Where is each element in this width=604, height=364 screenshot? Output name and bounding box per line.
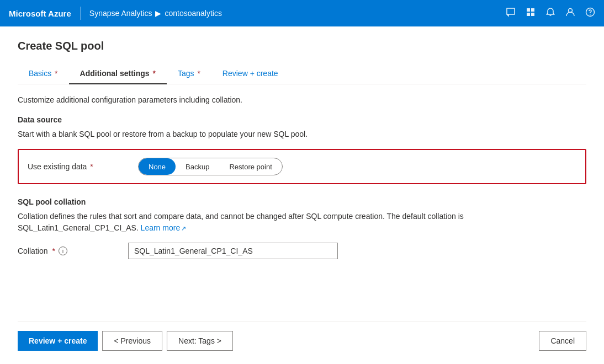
data-source-title: Data source xyxy=(18,115,586,124)
breadcrumb-service[interactable]: Synapse Analytics xyxy=(89,9,152,18)
svg-rect-0 xyxy=(527,8,530,12)
data-source-toggle-group: None Backup Restore point xyxy=(138,158,283,175)
tab-basics[interactable]: Basics * xyxy=(18,63,69,84)
breadcrumb: Synapse Analytics ▶ contosoanalytics xyxy=(89,9,222,18)
topbar-icons xyxy=(506,7,595,19)
account-icon[interactable] xyxy=(565,7,575,19)
tab-additional-settings[interactable]: Additional settings * xyxy=(69,63,167,84)
use-existing-data-row: Use existing data * None Backup Restore … xyxy=(18,149,586,184)
content-area: Customize additional configuration param… xyxy=(18,95,586,322)
collation-info-icon[interactable]: i xyxy=(59,247,67,255)
collation-description: Collation defines the rules that sort an… xyxy=(18,211,586,234)
help-icon[interactable] xyxy=(585,7,595,19)
footer: Review + create < Previous Next: Tags > … xyxy=(18,322,586,351)
svg-point-6 xyxy=(590,14,591,15)
toggle-backup[interactable]: Backup xyxy=(176,158,219,175)
previous-button[interactable]: < Previous xyxy=(102,331,162,351)
notifications-icon[interactable] xyxy=(545,7,555,19)
topbar: Microsoft Azure Synapse Analytics ▶ cont… xyxy=(0,0,604,26)
collation-row: Collation * i xyxy=(18,243,586,259)
breadcrumb-arrow: ▶ xyxy=(155,9,161,18)
toggle-none[interactable]: None xyxy=(139,158,176,175)
review-create-button[interactable]: Review + create xyxy=(18,331,98,351)
toggle-restore-point[interactable]: Restore point xyxy=(219,158,282,175)
topbar-divider xyxy=(80,7,81,20)
tab-tags[interactable]: Tags * xyxy=(167,63,211,84)
portal-menu-icon[interactable] xyxy=(526,7,536,19)
external-link-icon: ↗ xyxy=(181,225,186,232)
svg-rect-3 xyxy=(531,13,534,16)
page-title: Create SQL pool xyxy=(18,40,586,52)
data-source-description: Start with a blank SQL pool or restore f… xyxy=(18,129,586,140)
tab-review-create[interactable]: Review + create xyxy=(211,63,289,84)
collation-input[interactable] xyxy=(128,243,338,259)
learn-more-link[interactable]: Learn more↗ xyxy=(141,223,187,232)
next-button[interactable]: Next: Tags > xyxy=(167,331,233,351)
breadcrumb-resource[interactable]: contosoanalytics xyxy=(165,9,222,18)
collation-field-label: Collation * i xyxy=(18,247,128,255)
main-container: Create SQL pool Basics * Additional sett… xyxy=(0,26,604,364)
brand-label: Microsoft Azure xyxy=(9,9,71,18)
use-existing-data-label: Use existing data * xyxy=(28,162,138,171)
collation-section: SQL pool collation Collation defines the… xyxy=(18,197,586,259)
collation-title: SQL pool collation xyxy=(18,197,586,206)
svg-rect-2 xyxy=(527,13,530,16)
cancel-button[interactable]: Cancel xyxy=(539,331,586,351)
tabs-bar: Basics * Additional settings * Tags * Re… xyxy=(18,63,586,84)
svg-rect-1 xyxy=(531,8,534,12)
feedback-icon[interactable] xyxy=(506,7,516,19)
collation-desc-text: Collation defines the rules that sort an… xyxy=(18,212,464,232)
section-description: Customize additional configuration param… xyxy=(18,95,586,104)
